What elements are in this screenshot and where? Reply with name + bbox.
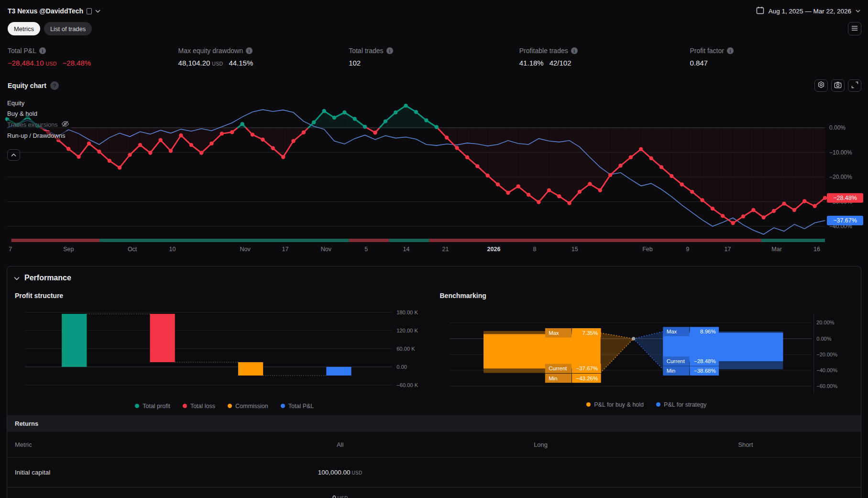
fullscreen-button[interactable] [848, 79, 861, 92]
metric-total-trades: Total tradesi 102 [349, 47, 519, 67]
svg-text:7.35%: 7.35% [582, 330, 598, 336]
svg-text:Current: Current [549, 365, 567, 371]
layout-options-button[interactable] [848, 22, 861, 35]
performance-section-header[interactable]: Performance [7, 266, 861, 287]
legend-dot [228, 404, 232, 408]
svg-text:0.00%: 0.00% [829, 124, 846, 131]
svg-text:−20.00%: −20.00% [829, 174, 852, 180]
svg-text:−60.00%: −60.00% [816, 383, 837, 389]
svg-text:180.00 K: 180.00 K [396, 310, 418, 315]
legend-item-equity[interactable]: Equity [7, 99, 27, 108]
legend-item[interactable]: Commission [228, 403, 268, 409]
help-icon[interactable]: ? [50, 81, 59, 90]
date-range-text: Aug 1, 2025 — Mar 22, 2026 [769, 8, 851, 15]
svg-text:−37.67%: −37.67% [576, 365, 598, 371]
svg-text:0.00: 0.00 [396, 364, 407, 370]
equity-chart-svg: 0.00%−10.00%−20.00%−30.00%−40.00%−28.48%… [0, 93, 868, 256]
performance-charts-row: Profit structure 180.00 K120.00 K60.00 K… [7, 287, 861, 409]
info-icon[interactable]: i [246, 47, 253, 54]
svg-text:−43.26%: −43.26% [576, 376, 598, 381]
legend-item[interactable]: Total profit [135, 403, 170, 409]
eye-off-icon [61, 121, 69, 129]
svg-text:10: 10 [169, 246, 176, 253]
metric-label: Total trades [349, 47, 383, 55]
col-short: Short [630, 441, 861, 448]
profit-structure-chart: Profit structure 180.00 K120.00 K60.00 K… [15, 287, 434, 409]
svg-text:21: 21 [442, 246, 449, 253]
svg-text:−20.00%: −20.00% [816, 352, 837, 357]
benchmarking-chart: Benchmarking 20.00%0.00%−20.00%−40.00%−6… [434, 287, 854, 409]
metric-label: Profit factor [690, 47, 724, 55]
chart-settings-button[interactable] [814, 79, 828, 92]
svg-text:9: 9 [686, 246, 689, 253]
svg-text:Current: Current [666, 358, 685, 364]
svg-text:Nov: Nov [321, 246, 332, 253]
info-icon[interactable]: i [571, 47, 578, 54]
svg-text:5: 5 [364, 246, 368, 253]
returns-table-header: Metric All Long Short [7, 432, 861, 458]
svg-text:−37.67%: −37.67% [833, 217, 857, 224]
gear-icon [817, 81, 825, 90]
metric-profit-factor: Profit factori 0.847 [690, 47, 860, 67]
collapse-legend-button[interactable] [7, 149, 20, 161]
svg-text:Max: Max [549, 330, 559, 336]
svg-text:20.00%: 20.00% [816, 320, 835, 325]
legend-dot [656, 402, 660, 407]
table-row-initial-capital: Initial capital 100,000.00USD [7, 458, 861, 487]
info-icon[interactable]: i [39, 47, 46, 54]
legend-item[interactable]: P&L for buy & hold [586, 401, 644, 408]
performance-title: Performance [24, 274, 71, 282]
legend-dot [281, 404, 285, 408]
snapshot-camera-button[interactable] [831, 79, 845, 92]
legend-dot [135, 404, 139, 408]
legend-item-buy-hold[interactable]: Buy & hold [7, 109, 40, 118]
metric-unit: USD [46, 61, 57, 66]
svg-text:Max: Max [666, 329, 677, 334]
metric-value: 102 [349, 59, 361, 67]
info-icon[interactable]: i [727, 47, 734, 54]
svg-text:Min: Min [549, 376, 558, 381]
legend-dot [586, 402, 591, 407]
metric-label: Total P&L [8, 47, 36, 55]
metric-unit: USD [212, 61, 223, 66]
svg-text:−38.68%: −38.68% [693, 368, 715, 374]
svg-text:Nov: Nov [240, 246, 251, 253]
legend-item[interactable]: Total loss [183, 403, 215, 409]
svg-text:15: 15 [571, 246, 578, 253]
info-icon[interactable]: i [386, 47, 393, 54]
svg-text:Feb: Feb [642, 246, 653, 253]
metric-extra: 42/102 [549, 59, 571, 67]
table-row-open-pnl: Open P&L 0USD [7, 487, 861, 498]
chevron-down-icon [95, 10, 100, 13]
svg-text:−28.48%: −28.48% [693, 358, 715, 364]
metric-value: 0.847 [690, 59, 708, 67]
legend-item-trades-excursions[interactable]: Trades excursions [7, 120, 72, 130]
tab-list-of-trades[interactable]: List of trades [44, 22, 92, 35]
legend-item-runup-drawdowns[interactable]: Run-up / Drawdowns [7, 131, 67, 140]
rows-layout-icon [851, 24, 858, 33]
svg-text:8.96%: 8.96% [700, 329, 716, 334]
tab-metrics[interactable]: Metrics [8, 22, 40, 35]
svg-text:14: 14 [403, 246, 410, 253]
equity-chart-title: Equity chart [8, 82, 46, 89]
equity-chart-area[interactable]: 0.00%−10.00%−20.00%−30.00%−40.00%−28.48%… [0, 93, 868, 256]
metric-value: 48,104.20 [178, 59, 210, 67]
strategy-title-text: T3 Nexus @DaviddTech [8, 7, 83, 15]
strategy-title[interactable]: T3 Nexus @DaviddTech [8, 7, 100, 15]
chevron-down-icon [856, 10, 860, 12]
svg-text:−10.00%: −10.00% [829, 149, 852, 156]
returns-section-header: Returns [7, 415, 861, 432]
svg-text:60.00 K: 60.00 K [396, 346, 415, 352]
equity-chart-legend: Equity Buy & hold Trades excursions Run-… [7, 99, 72, 142]
legend-item[interactable]: P&L for strategy [656, 401, 706, 408]
strategy-tester-panel: T3 Nexus @DaviddTech Aug 1, 2025 — Mar 2… [0, 0, 868, 498]
tabs-row: Metrics List of trades [0, 22, 868, 35]
svg-text:Sep: Sep [63, 246, 74, 253]
legend-item[interactable]: Total P&L [281, 403, 314, 409]
expand-icon [851, 81, 858, 90]
top-header-row: T3 Nexus @DaviddTech Aug 1, 2025 — Mar 2… [0, 0, 868, 16]
row-metric-label: Open P&L [7, 487, 229, 498]
svg-text:2026: 2026 [487, 246, 501, 253]
date-range-picker[interactable]: Aug 1, 2025 — Mar 22, 2026 [756, 6, 860, 16]
svg-text:0.00%: 0.00% [816, 336, 831, 342]
